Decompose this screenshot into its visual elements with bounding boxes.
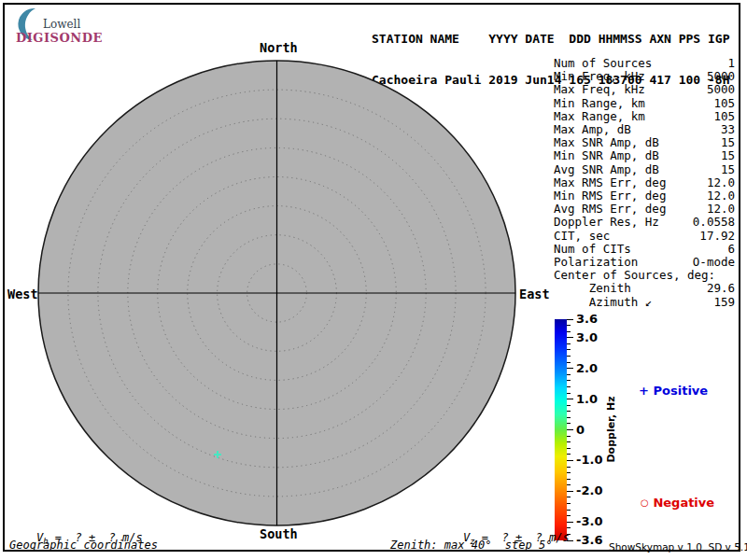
param-label: Polarization [554,256,638,269]
param-value: 12.0 [707,189,735,203]
param-row: Num of Sources1 [554,57,735,70]
cardinal-east: East [519,287,550,301]
circle-icon: ○ [641,497,649,508]
colorbar-tick-label: -1.0 [576,453,602,467]
colorbar-tick [567,472,571,473]
param-value: 105 [713,110,735,123]
colorbar-tick-label: 0 [576,423,585,437]
colorbar-tick [567,399,573,399]
colorbar-tick [567,484,571,485]
colorbar-tick-label: 1.0 [576,392,598,406]
param-label: Min Freq, kHz [554,70,645,83]
param-label: Center of Sources, deg: [554,269,715,282]
colorbar-tick-label: 2.0 [576,361,598,375]
param-row: Min Range, km105 [554,97,735,110]
colorbar-tick-label: -2.0 [576,483,602,497]
legend-negative: ○ Negative [624,482,714,524]
colorbar-tick [567,429,573,430]
param-row: Max Range, km105 [554,110,735,123]
param-label: Max Freq, kHz [554,83,645,96]
param-row: CIT, sec17.92 [554,230,735,243]
param-row: Min SNR Amp, dB15 [554,149,735,162]
param-value: O-mode [693,256,735,269]
colorbar-tick [567,325,571,326]
colorbar-tick [567,515,571,516]
colorbar-tick [567,386,571,387]
param-label: Num of Sources [554,57,652,70]
colorbar-tick [567,417,571,418]
version-label: ShowSkymap v 1.0 SD v 5.1 [609,541,747,553]
colorbar-tick [567,319,573,320]
param-row: Azimuth ↙159 [554,296,735,309]
param-label: Doppler Res, Hz [554,216,659,229]
colorbar-tick [567,374,571,375]
param-value: 15 [721,149,735,162]
param-label: Avg RMS Err, deg [554,203,666,216]
colorbar-tick [567,356,571,357]
colorbar-tick-label: 3.6 [576,312,598,326]
param-value: 5000 [707,83,735,96]
param-value: 15 [721,136,735,149]
param-value: 12.0 [707,203,735,216]
param-row: Avg RMS Err, deg12.0 [554,203,735,216]
colorbar-axis-label: Doppler, Hz [605,396,617,462]
param-value: 29.6 [707,282,735,295]
parameters-panel: Num of Sources1Min Freq, kHz5000Max Freq… [554,57,735,309]
param-value: 159 [713,296,735,309]
colorbar-tick [567,441,571,442]
param-value: 105 [713,97,735,110]
param-label: Azimuth ↙ [554,296,652,309]
colorbar-tick [567,343,571,344]
param-value: 15 [721,163,735,176]
param-label: Max Range, km [554,110,645,123]
colorbar-tick-label: -3.0 [576,514,602,528]
colorbar-tick [567,479,571,480]
param-label: Num of CITs [554,243,631,256]
colorbar-tick [567,510,571,511]
param-label: Max SNR Amp, dB [554,136,659,149]
cardinal-west: West [7,287,36,301]
param-value: 5000 [707,70,735,83]
param-row: Doppler Res, Hz0.0558 [554,216,735,229]
colorbar-tick-label: 3.0 [576,330,598,344]
param-row: Max RMS Err, deg12.0 [554,176,735,189]
param-row: Center of Sources, deg: [554,269,735,282]
param-row: Max Amp, dB33 [554,123,735,136]
colorbar-tick [567,368,573,369]
colorbar-tick [567,380,571,381]
colorbar-tick [567,393,571,394]
param-value: 1 [727,57,735,70]
param-label: Avg SNR Amp, dB [554,163,659,176]
param-value: 33 [721,123,735,136]
legend-negative-label: Negative [653,496,714,510]
param-value: 6 [727,243,735,256]
colorbar-tick [567,423,571,424]
param-label: Zenith [554,282,631,295]
param-row: Max Freq, kHz5000 [554,83,735,96]
param-label: Min Range, km [554,97,645,110]
param-label: Max RMS Err, deg [554,176,666,189]
doppler-colorbar [555,319,567,540]
colorbar-tick [567,491,573,492]
param-row: Avg SNR Amp, dB15 [554,163,735,176]
colorbar-tick [567,331,571,332]
legend-positive: + Positive [622,370,708,412]
cardinal-north: North [260,40,298,55]
colorbar-tick [567,349,571,350]
colorbar-tick [567,405,571,406]
param-row: Max SNR Amp, dB15 [554,136,735,149]
param-label: Min SNR Amp, dB [554,149,659,162]
colorbar-tick [567,454,571,455]
cardinal-south: South [260,526,298,541]
coordinates-label: Geographic coordinates [9,539,158,552]
colorbar-tick [567,362,571,363]
param-label: Max Amp, dB [554,123,631,136]
zenith-range-note: Zenith: max 40° step 5° [390,539,552,552]
legend-positive-label: Positive [654,384,709,398]
param-value: 0.0558 [693,216,735,229]
colorbar-tick [567,448,571,449]
colorbar-tick [567,467,571,468]
param-row: Min Freq, kHz5000 [554,70,735,83]
colorbar-tick [567,503,571,504]
colorbar-tick [567,460,573,461]
